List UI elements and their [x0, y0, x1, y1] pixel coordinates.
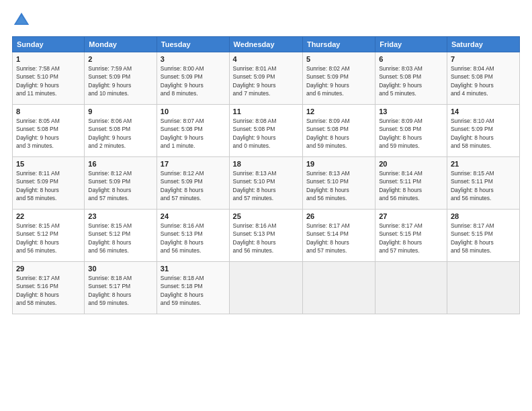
day-info: Sunrise: 8:09 AMSunset: 5:08 PMDaylight:… — [379, 117, 443, 150]
calendar-table: SundayMondayTuesdayWednesdayThursdayFrid… — [12, 36, 520, 314]
week-row-4: 22Sunrise: 8:15 AMSunset: 5:12 PMDayligh… — [13, 210, 520, 262]
day-cell: 25Sunrise: 8:16 AMSunset: 5:13 PMDayligh… — [229, 210, 302, 262]
day-number: 20 — [379, 160, 443, 168]
day-cell: 15Sunrise: 8:11 AMSunset: 5:09 PMDayligh… — [13, 157, 85, 210]
day-cell: 6Sunrise: 8:03 AMSunset: 5:08 PMDaylight… — [375, 52, 447, 105]
day-info: Sunrise: 8:16 AMSunset: 5:13 PMDaylight:… — [161, 222, 226, 255]
day-info: Sunrise: 8:07 AMSunset: 5:08 PMDaylight:… — [161, 117, 226, 150]
day-info: Sunrise: 8:15 AMSunset: 5:12 PMDaylight:… — [88, 222, 153, 255]
day-info: Sunrise: 8:13 AMSunset: 5:10 PMDaylight:… — [233, 169, 299, 202]
day-cell: 18Sunrise: 8:13 AMSunset: 5:10 PMDayligh… — [229, 157, 302, 210]
calendar-header: SundayMondayTuesdayWednesdayThursdayFrid… — [13, 37, 520, 52]
day-cell: 29Sunrise: 8:17 AMSunset: 5:16 PMDayligh… — [13, 262, 85, 314]
day-info: Sunrise: 8:17 AMSunset: 5:15 PMDaylight:… — [379, 222, 443, 255]
day-info: Sunrise: 8:09 AMSunset: 5:08 PMDaylight:… — [306, 117, 371, 150]
day-cell: 17Sunrise: 8:12 AMSunset: 5:09 PMDayligh… — [157, 157, 229, 210]
day-cell: 31Sunrise: 8:18 AMSunset: 5:18 PMDayligh… — [157, 262, 229, 314]
day-cell: 21Sunrise: 8:15 AMSunset: 5:11 PMDayligh… — [447, 157, 519, 210]
day-cell: 28Sunrise: 8:17 AMSunset: 5:15 PMDayligh… — [447, 210, 519, 262]
header-day-friday: Friday — [375, 37, 447, 52]
day-number: 5 — [306, 55, 371, 63]
day-cell: 11Sunrise: 8:08 AMSunset: 5:08 PMDayligh… — [229, 105, 302, 157]
day-number: 6 — [379, 55, 443, 63]
header-day-thursday: Thursday — [302, 37, 375, 52]
header-day-wednesday: Wednesday — [229, 37, 302, 52]
header-day-sunday: Sunday — [13, 37, 85, 52]
calendar-body: 1Sunrise: 7:58 AMSunset: 5:10 PMDaylight… — [13, 52, 520, 314]
day-number: 8 — [16, 107, 81, 116]
day-info: Sunrise: 7:58 AMSunset: 5:10 PMDaylight:… — [16, 64, 81, 97]
day-number: 4 — [233, 55, 299, 63]
day-info: Sunrise: 8:17 AMSunset: 5:14 PMDaylight:… — [306, 222, 371, 255]
day-info: Sunrise: 8:14 AMSunset: 5:11 PMDaylight:… — [379, 169, 443, 202]
day-info: Sunrise: 8:00 AMSunset: 5:09 PMDaylight:… — [161, 64, 226, 97]
week-row-1: 1Sunrise: 7:58 AMSunset: 5:10 PMDaylight… — [13, 52, 520, 105]
logo-icon — [12, 11, 31, 30]
day-info: Sunrise: 8:04 AMSunset: 5:08 PMDaylight:… — [451, 64, 516, 97]
week-row-2: 8Sunrise: 8:05 AMSunset: 5:08 PMDaylight… — [13, 105, 520, 157]
day-number: 29 — [16, 265, 81, 273]
day-cell: 24Sunrise: 8:16 AMSunset: 5:13 PMDayligh… — [157, 210, 229, 262]
day-number: 16 — [88, 160, 153, 168]
day-cell: 16Sunrise: 8:12 AMSunset: 5:09 PMDayligh… — [85, 157, 157, 210]
day-number: 19 — [306, 160, 371, 168]
day-cell — [229, 262, 302, 314]
day-cell — [375, 262, 447, 314]
day-cell: 2Sunrise: 7:59 AMSunset: 5:09 PMDaylight… — [85, 52, 157, 105]
day-cell: 20Sunrise: 8:14 AMSunset: 5:11 PMDayligh… — [375, 157, 447, 210]
header-day-tuesday: Tuesday — [157, 37, 229, 52]
day-cell: 12Sunrise: 8:09 AMSunset: 5:08 PMDayligh… — [302, 105, 375, 157]
day-number: 13 — [379, 107, 443, 116]
day-cell: 22Sunrise: 8:15 AMSunset: 5:12 PMDayligh… — [13, 210, 85, 262]
day-info: Sunrise: 8:15 AMSunset: 5:12 PMDaylight:… — [16, 222, 81, 255]
day-info: Sunrise: 8:10 AMSunset: 5:09 PMDaylight:… — [451, 117, 516, 150]
day-number: 24 — [161, 212, 226, 220]
day-number: 2 — [88, 55, 153, 63]
day-number: 28 — [451, 212, 516, 220]
day-number: 7 — [451, 55, 516, 63]
day-cell: 3Sunrise: 8:00 AMSunset: 5:09 PMDaylight… — [157, 52, 229, 105]
day-cell: 9Sunrise: 8:06 AMSunset: 5:08 PMDaylight… — [85, 105, 157, 157]
day-info: Sunrise: 8:03 AMSunset: 5:08 PMDaylight:… — [379, 64, 443, 97]
day-cell: 5Sunrise: 8:02 AMSunset: 5:09 PMDaylight… — [302, 52, 375, 105]
day-number: 3 — [161, 55, 226, 63]
day-cell: 10Sunrise: 8:07 AMSunset: 5:08 PMDayligh… — [157, 105, 229, 157]
day-number: 10 — [161, 107, 226, 116]
header-row: SundayMondayTuesdayWednesdayThursdayFrid… — [13, 37, 520, 52]
day-number: 9 — [88, 107, 153, 116]
day-info: Sunrise: 8:13 AMSunset: 5:10 PMDaylight:… — [306, 169, 371, 202]
day-number: 12 — [306, 107, 371, 116]
day-number: 23 — [88, 212, 153, 220]
day-cell: 26Sunrise: 8:17 AMSunset: 5:14 PMDayligh… — [302, 210, 375, 262]
day-cell: 7Sunrise: 8:04 AMSunset: 5:08 PMDaylight… — [447, 52, 519, 105]
day-cell: 23Sunrise: 8:15 AMSunset: 5:12 PMDayligh… — [85, 210, 157, 262]
day-number: 15 — [16, 160, 81, 168]
day-number: 14 — [451, 107, 516, 116]
week-row-5: 29Sunrise: 8:17 AMSunset: 5:16 PMDayligh… — [13, 262, 520, 314]
day-number: 11 — [233, 107, 299, 116]
day-info: Sunrise: 8:06 AMSunset: 5:08 PMDaylight:… — [88, 117, 153, 150]
day-number: 22 — [16, 212, 81, 220]
day-number: 21 — [451, 160, 516, 168]
day-info: Sunrise: 8:02 AMSunset: 5:09 PMDaylight:… — [306, 64, 371, 97]
day-info: Sunrise: 8:12 AMSunset: 5:09 PMDaylight:… — [88, 169, 153, 202]
day-info: Sunrise: 8:17 AMSunset: 5:16 PMDaylight:… — [16, 274, 81, 307]
day-info: Sunrise: 8:17 AMSunset: 5:15 PMDaylight:… — [451, 222, 516, 255]
day-cell — [302, 262, 375, 314]
day-cell: 27Sunrise: 8:17 AMSunset: 5:15 PMDayligh… — [375, 210, 447, 262]
day-number: 26 — [306, 212, 371, 220]
day-info: Sunrise: 8:08 AMSunset: 5:08 PMDaylight:… — [233, 117, 299, 150]
day-number: 18 — [233, 160, 299, 168]
day-info: Sunrise: 8:16 AMSunset: 5:13 PMDaylight:… — [233, 222, 299, 255]
day-number: 17 — [161, 160, 226, 168]
day-cell: 4Sunrise: 8:01 AMSunset: 5:09 PMDaylight… — [229, 52, 302, 105]
day-cell: 13Sunrise: 8:09 AMSunset: 5:08 PMDayligh… — [375, 105, 447, 157]
logo — [12, 11, 34, 30]
day-cell: 1Sunrise: 7:58 AMSunset: 5:10 PMDaylight… — [13, 52, 85, 105]
day-number: 31 — [161, 265, 226, 273]
day-cell: 19Sunrise: 8:13 AMSunset: 5:10 PMDayligh… — [302, 157, 375, 210]
calendar-page: SundayMondayTuesdayWednesdayThursdayFrid… — [0, 0, 532, 411]
week-row-3: 15Sunrise: 8:11 AMSunset: 5:09 PMDayligh… — [13, 157, 520, 210]
day-number: 27 — [379, 212, 443, 220]
day-info: Sunrise: 7:59 AMSunset: 5:09 PMDaylight:… — [88, 64, 153, 97]
